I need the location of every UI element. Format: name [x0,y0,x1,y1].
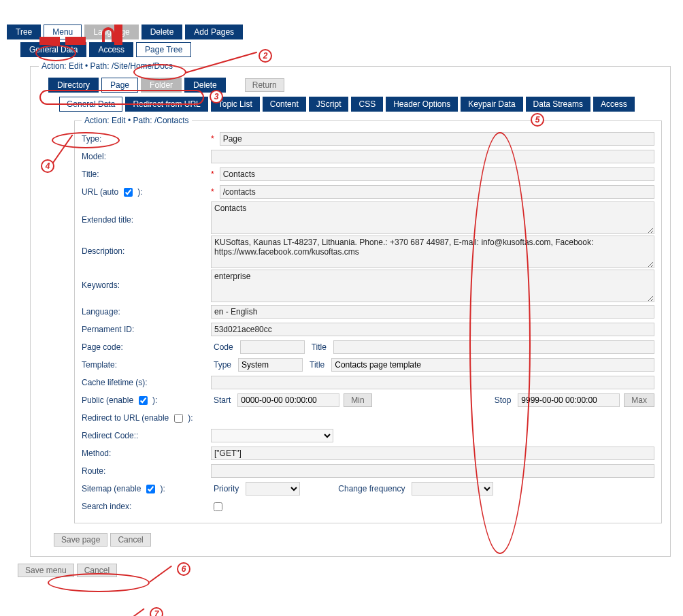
label-redirect-code: Redirect Code:: [82,431,211,440]
checkbox-sitemap-enable[interactable] [146,485,155,493]
innertab-header-options[interactable]: Header Options [386,97,458,112]
label-cache-lifetime: Cache lifetime (s): [82,378,211,387]
label-change-freq: Change frequency [338,484,405,493]
label-type: Type: [82,134,211,144]
min-button[interactable]: Min [344,393,371,407]
inner-fieldset: Action: Edit • Path: /Contacts Type: * M… [74,116,662,523]
outer-legend: Action: Edit • Path: /Site/Home/Docs [39,61,176,71]
label-search-index: Search index: [82,502,211,511]
input-description[interactable] [211,236,654,268]
tab-folder[interactable]: Folder [141,78,182,93]
input-template-title[interactable] [331,358,654,372]
tab-add-pages[interactable]: Add Pages [185,25,243,39]
innertab-css[interactable]: CSS [351,97,383,112]
input-template-type[interactable] [238,358,303,372]
input-page-code[interactable] [240,340,305,354]
outer-fieldset: Action: Edit • Path: /Site/Home/Docs Dir… [30,61,671,557]
innertab-topic-list[interactable]: Topic List [211,97,260,112]
subtab-access[interactable]: Access [89,42,133,57]
return-button[interactable]: Return [245,78,284,92]
innertab-redirect[interactable]: Redirect from URL [125,97,207,112]
input-cache-lifetime[interactable] [211,376,654,389]
tab-delete[interactable]: Delete [141,25,183,39]
checkbox-redirect-enable[interactable] [174,414,183,423]
innertab-content[interactable]: Content [263,97,306,112]
label-stop: Stop [495,395,512,405]
input-page-code-title[interactable] [333,340,654,354]
save-page-button[interactable]: Save page [54,533,107,547]
cancel-menu-button[interactable]: Cancel [77,564,117,577]
logo-fragment [39,37,60,45]
tab-directory[interactable]: Directory [48,78,99,93]
label-page-code: Page code: [82,342,211,352]
tab-page[interactable]: Page [101,78,138,93]
label-public: Public (enable ): [82,394,211,407]
checkbox-public-enable[interactable] [139,396,148,405]
innertab-access[interactable]: Access [593,97,635,112]
callout-7: 7 [150,607,163,616]
checkbox-url-auto[interactable] [124,188,133,197]
input-url[interactable] [220,185,654,199]
logo-fragment [65,37,86,45]
label-title: Title: [82,169,211,179]
innertab-data-streams[interactable]: Data Streams [526,97,590,112]
select-redirect-code[interactable] [211,429,333,442]
tab-tree[interactable]: Tree [7,25,41,39]
label-method: Method: [82,449,211,458]
label-description: Description: [82,236,211,256]
label-sitemap: Sitemap (enable ): [82,483,211,496]
tab-inner-delete[interactable]: Delete [184,78,226,93]
select-priority[interactable] [246,482,300,496]
label-extended-title: Extended title: [82,201,211,225]
input-language[interactable] [211,305,654,319]
input-extended-title[interactable] [211,201,654,234]
input-method[interactable] [211,447,654,460]
input-public-start[interactable] [237,393,339,407]
inner-legend: Action: Edit • Path: /Contacts [82,116,192,125]
logo-fragment [114,25,122,45]
logo-fragment [102,27,114,42]
save-menu-button[interactable]: Save menu [18,564,74,577]
cancel-page-button[interactable]: Cancel [110,533,150,547]
input-route[interactable] [211,464,654,478]
label-perm-id: Pernament ID: [82,325,211,334]
input-type[interactable] [220,132,654,146]
label-title-sub2: Title [310,360,324,370]
label-redirect-url: Redirect to URL (enable ): [82,412,211,425]
label-route: Route: [82,466,211,476]
label-language: Language: [82,307,211,317]
label-code-sub: Code [214,342,233,352]
checkbox-search-index[interactable] [214,502,222,511]
label-template: Template: [82,360,211,370]
input-title[interactable] [220,167,654,181]
innertab-keypair[interactable]: Keypair Data [461,97,522,112]
label-start: Start [214,395,231,405]
max-button[interactable]: Max [624,393,654,407]
label-type-sub: Type [214,360,231,370]
innertab-general-data[interactable]: General Data [59,97,122,112]
input-perm-id[interactable] [211,323,654,336]
label-model: Model: [82,152,211,161]
input-public-stop[interactable] [518,393,620,407]
input-model[interactable] [211,150,654,163]
annotation-arrow [120,609,144,616]
label-title-sub1: Title [312,342,327,352]
label-url: URL (auto ): [82,186,211,199]
subtab-page-tree[interactable]: Page Tree [136,42,191,57]
select-change-freq[interactable] [412,482,493,496]
label-priority: Priority [214,484,239,493]
innertab-jscript[interactable]: JScript [309,97,349,112]
label-keywords: Keywords: [82,270,211,290]
input-keywords[interactable] [211,270,654,302]
